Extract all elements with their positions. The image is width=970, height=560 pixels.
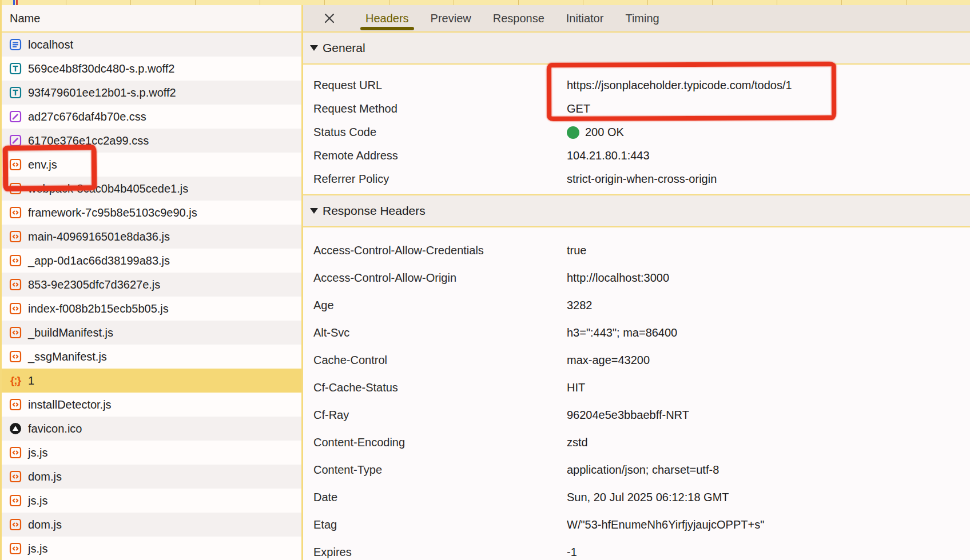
request-row-selected[interactable]: {;} 1 [2, 369, 301, 393]
request-row[interactable]: 6170e376e1cc2a99.css [2, 129, 301, 153]
request-row[interactable]: main-4096916501e8da36.js [2, 225, 301, 249]
font-icon [9, 62, 22, 75]
script-icon [9, 182, 22, 195]
request-row[interactable]: _app-0d1ac66d38199a83.js [2, 249, 301, 273]
tab-preview[interactable]: Preview [431, 5, 471, 31]
request-name: dom.js [28, 518, 62, 531]
request-name: index-f008b2b15ecb5b05.js [28, 302, 169, 315]
header-row: Remote Address 104.21.80.1:443 [303, 144, 970, 167]
request-name: env.js [28, 158, 57, 171]
script-icon [9, 494, 22, 507]
request-row[interactable]: 853-9e2305dfc7d3627e.js [2, 273, 301, 297]
script-icon [9, 542, 22, 555]
request-row[interactable]: ad27c676daf4b70e.css [2, 105, 301, 129]
network-overview-timeline[interactable] [2, 0, 970, 5]
tab-initiator[interactable]: Initiator [566, 5, 604, 31]
request-row[interactable]: framework-7c95b8e5103c9e90.js [2, 201, 301, 225]
fetch-icon: {;} [9, 374, 22, 387]
tab-response[interactable]: Response [493, 5, 544, 31]
header-row: Alt-Svc h3=":443"; ma=86400 [303, 319, 970, 346]
header-key: Access-Control-Allow-Origin [313, 264, 567, 291]
header-row: Age 3282 [303, 291, 970, 319]
header-key: Request Method [313, 97, 567, 121]
script-icon [9, 302, 22, 315]
request-name: js.js [28, 446, 47, 459]
header-row: Cache-Control max-age=43200 [303, 346, 970, 374]
request-row[interactable]: _buildManifest.js [2, 321, 301, 345]
request-row[interactable]: _ssgManifest.js [2, 345, 301, 369]
name-column-header[interactable]: Name [2, 5, 301, 33]
requests-panel: Name localhost 569ce4b8f30dc480-s.p.woff… [2, 5, 303, 560]
request-name: js.js [28, 494, 47, 507]
script-icon [9, 206, 22, 219]
name-column-label: Name [10, 12, 40, 25]
header-value: h3=":443"; ma=86400 [567, 319, 970, 346]
section-general: General Request URL https://jsonplacehol… [303, 33, 970, 194]
header-value: zstd [567, 429, 970, 456]
header-key: Access-Control-Allow-Credentials [313, 237, 567, 264]
request-row[interactable]: js.js [2, 537, 301, 560]
request-name: ad27c676daf4b70e.css [28, 110, 146, 123]
header-value: 96204e5e3bbaebff-NRT [567, 401, 970, 429]
request-row[interactable]: webpack-8cac0b4b405cede1.js [2, 177, 301, 201]
collapse-triangle-icon [310, 208, 318, 214]
collapse-triangle-icon [310, 45, 318, 51]
request-name: js.js [28, 542, 47, 555]
headers-sections: General Request URL https://jsonplacehol… [303, 33, 970, 560]
tab-timing[interactable]: Timing [625, 5, 659, 31]
request-name: dom.js [28, 470, 62, 483]
section-header[interactable]: Response Headers [303, 194, 970, 227]
header-key: Content-Type [313, 456, 567, 483]
script-icon [9, 254, 22, 267]
header-key: Content-Encoding [313, 429, 567, 456]
request-name: 6170e376e1cc2a99.css [28, 134, 149, 147]
document-icon [9, 38, 22, 51]
request-row[interactable]: index-f008b2b15ecb5b05.js [2, 297, 301, 321]
request-row[interactable]: js.js [2, 489, 301, 513]
request-name: _ssgManifest.js [28, 350, 107, 363]
header-key: Status Code [313, 121, 567, 144]
header-value: http://localhost:3000 [567, 264, 970, 291]
request-name: 1 [28, 374, 34, 387]
header-key: Request URL [313, 74, 567, 97]
section-header[interactable]: General [303, 33, 970, 65]
request-row[interactable]: localhost [2, 33, 301, 57]
favicon-icon [9, 422, 22, 435]
request-row[interactable]: installDetector.js [2, 393, 301, 417]
request-row[interactable]: 569ce4b8f30dc480-s.p.woff2 [2, 57, 301, 81]
tab-headers[interactable]: Headers [365, 5, 409, 31]
request-row[interactable]: favicon.ico [2, 417, 301, 441]
request-row[interactable]: dom.js [2, 465, 301, 489]
section-body: Access-Control-Allow-Credentials true Ac… [303, 227, 970, 560]
request-details-panel: HeadersPreviewResponseInitiatorTiming Ge… [303, 5, 970, 560]
header-row: Access-Control-Allow-Origin http://local… [303, 264, 970, 291]
header-value: application/json; charset=utf-8 [567, 456, 970, 483]
header-key: Age [313, 291, 567, 319]
request-row[interactable]: env.js [2, 153, 301, 177]
request-name: 569ce4b8f30dc480-s.p.woff2 [28, 62, 175, 75]
header-row: Request Method GET [303, 97, 970, 121]
font-icon [9, 86, 22, 99]
request-name: _app-0d1ac66d38199a83.js [28, 254, 170, 267]
header-row: Etag W/"53-hfEnumeNh6YirfjyjaujcOPPT+s" [303, 511, 970, 538]
request-row[interactable]: 93f479601ee12b01-s.p.woff2 [2, 81, 301, 105]
header-row: Content-Type application/json; charset=u… [303, 456, 970, 483]
close-icon[interactable] [323, 11, 336, 25]
request-row[interactable]: dom.js [2, 513, 301, 537]
stylesheet-icon [9, 134, 22, 147]
header-value: https://jsonplaceholder.typicode.com/tod… [567, 74, 970, 97]
header-value: W/"53-hfEnumeNh6YirfjyjaujcOPPT+s" [567, 511, 970, 538]
header-row: Cf-Cache-Status HIT [303, 374, 970, 401]
header-key: Remote Address [313, 144, 567, 167]
header-value: GET [567, 97, 970, 121]
stylesheet-icon [9, 110, 22, 123]
header-value: 200 OK [567, 121, 970, 144]
header-row: Access-Control-Allow-Credentials true [303, 237, 970, 264]
script-icon [9, 350, 22, 363]
header-key: Cache-Control [313, 346, 567, 374]
header-row: Request URL https://jsonplaceholder.typi… [303, 74, 970, 97]
request-row[interactable]: js.js [2, 441, 301, 465]
request-name: 853-9e2305dfc7d3627e.js [28, 278, 160, 291]
status-ok-dot-icon [567, 126, 579, 139]
section-body: Request URL https://jsonplaceholder.typi… [303, 65, 970, 194]
